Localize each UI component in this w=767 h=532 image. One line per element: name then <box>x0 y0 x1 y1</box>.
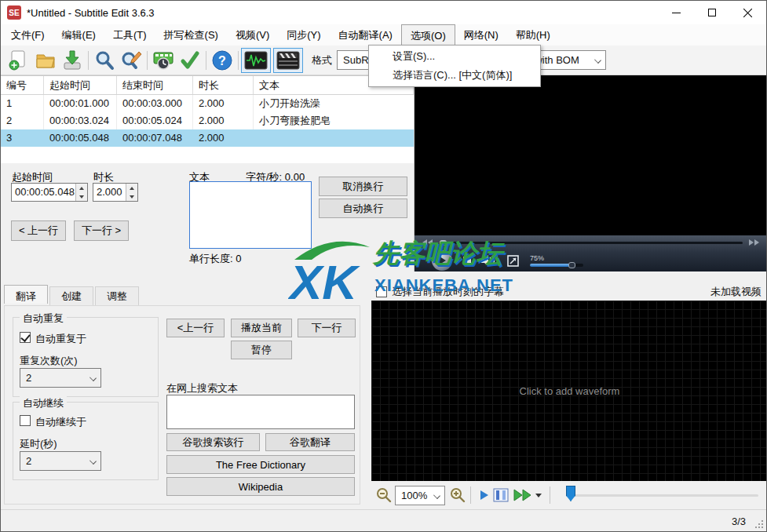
menu-item-video[interactable]: 视频(V) <box>227 24 278 46</box>
waveform-display[interactable]: Click to add waveform <box>371 301 767 481</box>
maximize-button[interactable] <box>694 1 730 24</box>
cell-text: 小刀开始洗澡 <box>254 95 414 112</box>
new-file-button[interactable] <box>5 48 32 73</box>
play-button[interactable] <box>432 250 452 271</box>
repeat-count-combobox[interactable]: 2 <box>20 368 101 388</box>
maximize-icon <box>708 9 716 16</box>
video-display[interactable]: 75% <box>415 75 767 271</box>
minimize-button[interactable] <box>658 1 694 24</box>
table-row[interactable]: 2 00:00:03.024 00:00:05.024 2.000 小刀弯腰捡肥… <box>1 112 414 129</box>
video-position-icon[interactable] <box>493 488 509 502</box>
help-button[interactable]: ? <box>209 48 236 73</box>
previous-line-button-bottom[interactable]: <上一行 <box>166 319 225 337</box>
save-button[interactable] <box>59 48 86 73</box>
visual-sync-button[interactable] <box>150 48 177 73</box>
google-search-button[interactable]: 谷歌搜索该行 <box>166 433 260 451</box>
replace-button[interactable] <box>118 48 144 73</box>
toolbar-separator <box>88 51 89 70</box>
forward-icon[interactable] <box>749 239 760 246</box>
menu-item-edit[interactable]: 编辑(E) <box>53 24 104 46</box>
tab-adjust[interactable]: 调整 <box>95 286 139 305</box>
format-label: 格式 <box>312 53 332 67</box>
fullscreen-icon[interactable] <box>507 255 519 267</box>
find-button[interactable] <box>91 48 118 73</box>
volume-icon[interactable] <box>480 253 498 268</box>
column-header-number[interactable]: 编号 <box>1 76 44 94</box>
menu-item-help[interactable]: 帮助(H) <box>507 24 559 46</box>
single-line-length-label: 单行长度: 0 <box>189 252 241 266</box>
menu-item-autotranslate[interactable]: 自动翻译(A) <box>330 24 401 46</box>
next-line-button[interactable]: 下一行 > <box>74 220 129 241</box>
close-button[interactable] <box>730 1 766 24</box>
svg-text:?: ? <box>218 54 226 67</box>
chevron-down-icon[interactable] <box>535 494 542 497</box>
zoom-in-icon[interactable] <box>450 487 466 503</box>
next-line-button-bottom[interactable]: 下一行 <box>298 319 356 337</box>
web-search-input[interactable] <box>166 395 355 429</box>
spin-up-icon[interactable] <box>126 184 137 192</box>
position-slider-thumb[interactable] <box>566 486 575 501</box>
menu-item-spellcheck[interactable]: 拼写检查(S) <box>155 24 227 46</box>
zoom-out-icon[interactable] <box>376 487 392 503</box>
menu-item-network[interactable]: 网络(N) <box>455 24 507 46</box>
volume-knob[interactable] <box>568 262 575 268</box>
waveform-zoom-combobox[interactable]: 100% <box>395 486 445 505</box>
delay-combobox[interactable]: 2 <box>20 451 101 471</box>
auto-continue-checkbox[interactable] <box>20 415 31 426</box>
waveform-play-button[interactable] <box>480 490 488 500</box>
free-dictionary-button[interactable]: The Free Dictionary <box>166 455 355 474</box>
auto-continue-checkbox-label: 自动继续于 <box>35 415 86 429</box>
volume-slider[interactable] <box>530 264 583 267</box>
tab-create[interactable]: 创建 <box>49 286 93 305</box>
cell-end: 00:00:03.000 <box>117 95 193 112</box>
subtitle-text-input[interactable] <box>189 181 312 249</box>
open-file-button[interactable] <box>32 48 59 73</box>
chevron-down-icon <box>433 492 440 499</box>
seek-bar[interactable] <box>440 242 743 244</box>
subtitle-position-indicator: 3/3 <box>732 516 746 527</box>
previous-line-button[interactable]: < 上一行 <box>11 220 66 241</box>
tab-translate[interactable]: 翻译 <box>4 285 48 304</box>
auto-break-button[interactable]: 自动换行 <box>319 199 407 218</box>
menu-item-file[interactable]: 文件(F) <box>2 24 53 46</box>
spin-down-icon[interactable] <box>126 192 137 201</box>
seek-knob[interactable] <box>440 240 447 246</box>
cell-duration: 2.000 <box>193 95 254 112</box>
fast-forward-icon[interactable] <box>513 489 532 501</box>
select-current-subtitle-checkbox[interactable] <box>376 286 387 297</box>
column-header-end[interactable]: 结束时间 <box>117 76 193 94</box>
rewind-icon[interactable] <box>422 239 433 246</box>
google-translate-button[interactable]: 谷歌翻译 <box>265 433 355 451</box>
video-icon <box>276 51 300 70</box>
menu-item-options[interactable]: 选项(O) <box>401 24 455 46</box>
spin-up-icon[interactable] <box>76 184 87 192</box>
column-header-duration[interactable]: 时长 <box>193 76 254 94</box>
position-slider-track[interactable] <box>574 494 758 497</box>
play-current-button[interactable]: 播放当前 <box>231 319 292 337</box>
cell-end: 00:00:07.048 <box>117 129 193 147</box>
start-time-stepper[interactable]: 00:00:05.048 <box>11 183 88 202</box>
position-slider[interactable] <box>566 481 758 509</box>
menu-item-choose-language[interactable]: 选择语言(C)... [中文(简体)] <box>369 66 540 85</box>
table-row-selected[interactable]: 3 00:00:05.048 00:00:07.048 2.000 <box>1 129 414 147</box>
menu-item-settings[interactable]: 设置(S)... <box>369 47 540 66</box>
resize-grip[interactable] <box>754 519 764 529</box>
duration-stepper[interactable]: 2.000 <box>93 183 138 202</box>
unbreak-button[interactable]: 取消换行 <box>319 177 407 196</box>
pause-button[interactable]: 暂停 <box>231 341 292 359</box>
menu-bar: 文件(F) 编辑(E) 工具(T) 拼写检查(S) 视频(V) 同步(Y) 自动… <box>1 24 766 46</box>
table-row[interactable]: 1 00:00:01.000 00:00:03.000 2.000 小刀开始洗澡 <box>1 95 414 112</box>
wikipedia-button[interactable]: Wikipedia <box>166 477 355 496</box>
column-header-start[interactable]: 起始时间 <box>44 76 117 94</box>
web-search-label: 在网上搜索文本 <box>166 381 238 395</box>
video-toggle-button[interactable] <box>273 48 303 73</box>
stop-button[interactable] <box>463 257 471 264</box>
close-icon <box>743 8 753 17</box>
auto-repeat-checkbox[interactable] <box>20 332 31 343</box>
spellcheck-button[interactable] <box>177 48 203 73</box>
spin-down-icon[interactable] <box>76 192 87 201</box>
menu-item-tools[interactable]: 工具(T) <box>104 24 155 46</box>
waveform-toggle-button[interactable] <box>241 48 271 73</box>
menu-item-sync[interactable]: 同步(Y) <box>278 24 329 46</box>
window-title: *Untitled - Subtitle Edit 3.6.3 <box>27 7 155 19</box>
